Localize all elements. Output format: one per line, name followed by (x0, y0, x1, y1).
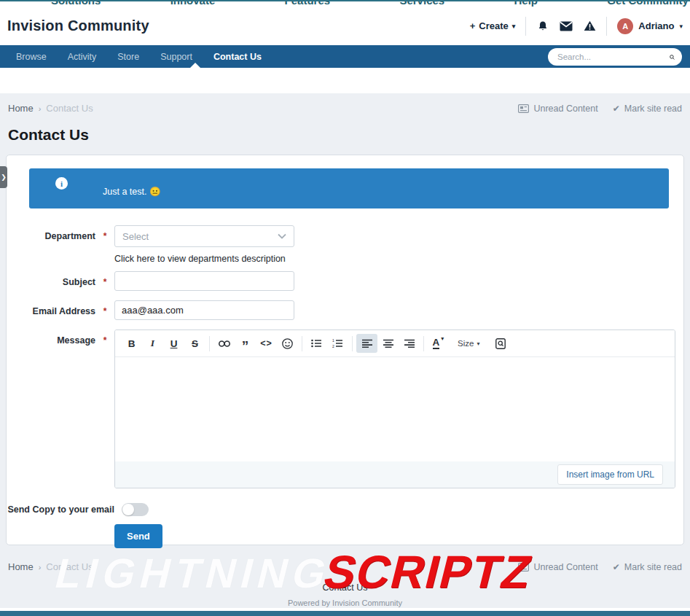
nav-item-activity[interactable]: Activity (68, 52, 97, 62)
masthead: Invision Community + Create ▾ A Adriano … (0, 7, 690, 45)
editor-toolbar: B I U S ” <> (115, 330, 675, 357)
avatar: A (617, 18, 633, 34)
required-marker: * (95, 300, 114, 320)
align-left-button[interactable] (356, 334, 377, 353)
send-copy-label: Send Copy to your email (7, 501, 114, 516)
top-nav-item[interactable]: Solutions (51, 0, 101, 7)
user-menu[interactable]: A Adriano ▾ (617, 18, 683, 34)
top-nav-item[interactable]: Innovate (170, 0, 216, 7)
link-icon[interactable] (213, 334, 235, 353)
department-label: Department (7, 225, 95, 264)
footer-links: Contact Us Powered by Invision Community (0, 582, 690, 607)
italic-button[interactable]: I (142, 334, 163, 353)
bullet-list-button[interactable] (306, 334, 327, 353)
send-copy-toggle[interactable] (122, 503, 149, 516)
rich-text-editor: B I U S ” <> (114, 330, 675, 488)
plus-icon: + (470, 20, 476, 31)
editor-footer: Insert image from URL (115, 461, 675, 488)
search-box[interactable] (548, 48, 682, 66)
search-icon[interactable] (670, 52, 675, 62)
code-button[interactable]: <> (256, 334, 277, 353)
nav-item-browse[interactable]: Browse (16, 52, 47, 62)
preview-button[interactable] (490, 334, 511, 353)
top-nav-item[interactable]: Services (399, 0, 444, 7)
mark-site-read-link[interactable]: ✔ Mark site read (613, 104, 682, 114)
chevron-down-icon: ▾ (441, 335, 444, 342)
chevron-down-icon (278, 233, 286, 239)
check-icon: ✔ (613, 104, 620, 114)
footer-contact-us-link[interactable]: Contact Us (0, 582, 690, 593)
top-nav-item[interactable]: Features (285, 0, 331, 7)
chevron-down-icon: ▾ (477, 340, 479, 347)
svg-text:2: 2 (332, 344, 334, 348)
bold-button[interactable]: B (121, 334, 142, 353)
page-title: Contact Us (8, 126, 682, 144)
nav-item-support[interactable]: Support (160, 52, 192, 62)
font-color-button[interactable]: A ▾ (428, 334, 449, 353)
newspaper-icon (518, 104, 529, 113)
site-title[interactable]: Invision Community (7, 17, 149, 34)
side-panel-toggle[interactable]: ❯ (0, 166, 7, 188)
message-textarea[interactable] (115, 357, 675, 461)
toolbar-divider (302, 336, 302, 351)
departments-description-link[interactable]: Click here to view departments descripti… (114, 254, 294, 264)
department-select[interactable]: Select (114, 225, 294, 247)
toggle-knob (122, 504, 134, 515)
breadcrumb-current: Contact Us (46, 103, 93, 114)
divider (606, 17, 607, 36)
numbered-list-button[interactable]: 12 (327, 334, 348, 353)
moderation-alert-icon[interactable] (583, 20, 596, 33)
search-input[interactable] (557, 52, 670, 61)
quote-button[interactable]: ” (235, 334, 256, 353)
footer-breadcrumb: Home › Contact Us Unread Content ✔ Mark … (0, 545, 690, 572)
breadcrumb-home[interactable]: Home (8, 103, 34, 114)
insert-image-from-url-button[interactable]: Insert image from URL (557, 464, 663, 485)
chevron-right-icon: › (39, 104, 42, 113)
email-label: Email Address (7, 300, 95, 320)
underline-button[interactable]: U (163, 334, 184, 353)
bottom-bar (0, 611, 690, 616)
powered-by-text: Powered by Invision Community (0, 599, 690, 607)
notifications-bell-icon[interactable] (536, 20, 549, 33)
chevron-right-icon: ❯ (1, 174, 7, 181)
newspaper-icon (518, 563, 529, 572)
create-button[interactable]: + Create ▾ (470, 20, 516, 31)
svg-text:1: 1 (332, 339, 334, 343)
email-input[interactable] (114, 300, 294, 320)
footer-mark-site-read-link[interactable]: ✔ Mark site read (613, 562, 682, 572)
send-button[interactable]: Send (114, 524, 162, 548)
strikethrough-button[interactable]: S (184, 334, 205, 353)
toolbar-divider (352, 336, 353, 351)
subject-input[interactable] (114, 271, 294, 291)
required-marker: * (95, 330, 114, 488)
main-navbar: Browse Activity Store Support Contact Us (0, 45, 690, 68)
chevron-down-icon: ▾ (512, 23, 516, 30)
chevron-down-icon: ▾ (679, 23, 683, 30)
messages-envelope-icon[interactable] (560, 20, 573, 33)
unread-content-link[interactable]: Unread Content (518, 104, 597, 114)
info-icon: i (55, 177, 68, 190)
required-marker: * (95, 225, 114, 264)
align-right-button[interactable] (399, 334, 420, 353)
check-icon: ✔ (613, 562, 620, 572)
header-spacer (0, 68, 690, 93)
subject-label: Subject (7, 271, 95, 291)
contact-form-card: i Just a test. 😐 Department * Select Cli… (6, 155, 684, 545)
department-selected-value: Select (122, 231, 278, 242)
footer-unread-content-link[interactable]: Unread Content (518, 562, 597, 572)
top-nav-item[interactable]: Help (514, 0, 538, 7)
emoji-button[interactable] (277, 334, 298, 353)
nav-item-contact-us[interactable]: Contact Us (213, 52, 262, 62)
message-label: Message (7, 330, 95, 488)
font-size-button[interactable]: Size ▾ (453, 339, 484, 348)
divider (525, 17, 526, 36)
banner-message: Just a test. 😐 (103, 186, 161, 197)
toolbar-divider (423, 336, 424, 351)
footer-breadcrumb-home[interactable]: Home (8, 561, 34, 572)
nav-item-store[interactable]: Store (117, 52, 139, 62)
top-nav-item[interactable]: Get Community (607, 0, 689, 7)
align-center-button[interactable] (377, 334, 399, 353)
chevron-right-icon: › (39, 563, 42, 572)
clipped-top-nav: Solutions Innovate Features Services Hel… (0, 0, 690, 7)
active-tab-caret (190, 63, 200, 68)
